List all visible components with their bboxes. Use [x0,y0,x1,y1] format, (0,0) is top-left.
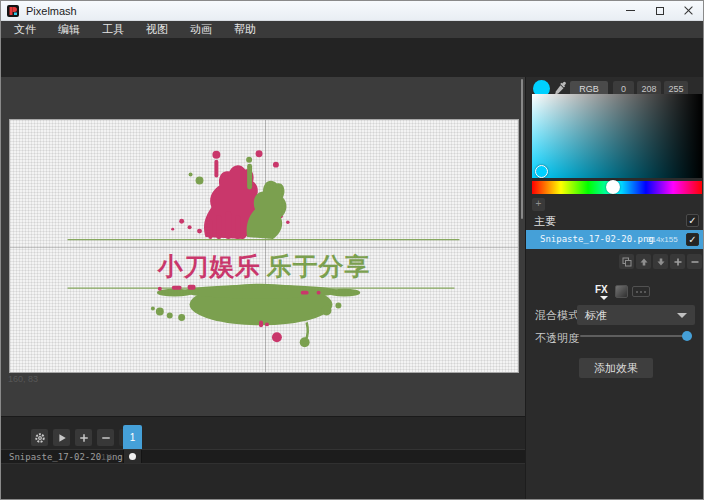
minus-icon [100,432,112,444]
timeline-track: Snipaste_17-02-20.png 1X [1,449,525,464]
frame-tab-1[interactable]: 1 [123,425,142,449]
keyframe-dot [129,453,136,460]
opacity-label: 不透明度 [535,331,579,346]
remove-layer-icon [690,257,700,267]
duplicate-layer-icon [622,257,632,267]
hue-slider-handle[interactable] [606,180,620,194]
maximize-icon [656,7,664,15]
menu-help[interactable]: 帮助 [223,21,267,38]
frame-speed-label[interactable]: 1X [101,452,112,462]
app-logo-icon [7,5,19,17]
panel-scrollbar[interactable] [521,79,523,219]
opacity-handle[interactable] [682,331,692,341]
title-bar[interactable]: Pixelmash [1,1,703,21]
saturation-value-picker[interactable] [532,94,702,178]
menu-animation[interactable]: 动画 [179,21,223,38]
timeline-settings-button[interactable] [31,429,48,446]
right-panel: RGB 0 208 255 + 主要 ✓ Snipaste_17-02-20.p… [525,77,704,500]
chevron-down-icon [677,313,687,318]
blend-mode-value: 标准 [585,308,607,323]
layer-size: 314x155 [647,235,678,244]
green-blob [151,284,360,347]
layer-name: Snipaste_17-02-20.png [540,234,654,244]
menu-file[interactable]: 文件 [3,21,47,38]
layer-visibility-checkbox[interactable]: ✓ [686,233,699,246]
layer-tabs-row: FX [526,284,704,300]
minimize-icon [626,10,635,11]
window-title: Pixelmash [26,5,77,17]
move-layer-down-button[interactable] [653,254,668,269]
add-swatch-button[interactable]: + [532,198,545,211]
animation-timeline: 1 Snipaste_17-02-20.png 1X [1,416,525,500]
text-tab-icon[interactable] [632,286,650,297]
tool-bar: 314 x 155 [1,38,703,77]
hue-slider[interactable] [532,181,702,194]
minimize-button[interactable] [616,1,645,20]
menu-bar: 文件 编辑 工具 视图 动画 帮助 [1,21,703,38]
arrow-up-icon [639,257,649,267]
fx-caret-icon [600,296,608,300]
close-button[interactable] [674,1,703,20]
canvas-area: 小刀娱乐 乐于分享 [1,77,525,416]
duplicate-layer-button[interactable] [619,254,634,269]
slogan-text-green: 乐于分享 [266,252,370,281]
menu-view[interactable]: 视图 [135,21,179,38]
add-layer-button[interactable] [670,254,685,269]
splash-artwork: 小刀娱乐 乐于分享 [10,120,518,372]
add-effect-button[interactable]: 添加效果 [579,358,653,378]
maximize-button[interactable] [645,1,674,20]
keyframe-cell[interactable] [123,450,142,463]
layer-group-row[interactable]: 主要 ✓ [526,213,704,229]
play-button[interactable] [53,429,70,446]
plus-icon [78,432,90,444]
close-icon [684,6,693,15]
gear-icon [34,432,46,444]
remove-frame-button[interactable] [97,429,114,446]
blend-mode-label: 混合模式 [535,308,579,323]
arrow-down-icon [656,257,666,267]
play-icon [56,432,68,444]
group-visibility-checkbox[interactable]: ✓ [686,214,699,227]
slogan-text-pink: 小刀娱乐 [157,252,261,281]
pixel-canvas[interactable]: 小刀娱乐 乐于分享 [9,119,519,373]
cursor-coordinates: 160, 83 [8,374,38,384]
gradient-tab-icon[interactable] [615,285,628,298]
blend-mode-dropdown[interactable]: 标准 [577,305,695,325]
layer-actions-row [526,254,704,269]
pixelmash-window: Pixelmash 文件 编辑 工具 视图 动画 帮助 [0,0,704,500]
add-layer-icon [673,257,683,267]
remove-layer-button[interactable] [687,254,702,269]
menu-edit[interactable]: 编辑 [47,21,91,38]
move-layer-up-button[interactable] [636,254,651,269]
layer-row-selected[interactable]: Snipaste_17-02-20.png 314x155 ✓ [526,230,704,249]
fx-tab[interactable]: FX [595,284,608,295]
opacity-track [580,335,692,337]
sv-picker-handle[interactable] [535,165,548,178]
add-frame-button[interactable] [75,429,92,446]
menu-tools[interactable]: 工具 [91,21,135,38]
layer-group-label: 主要 [534,214,556,229]
opacity-slider[interactable] [580,331,692,343]
